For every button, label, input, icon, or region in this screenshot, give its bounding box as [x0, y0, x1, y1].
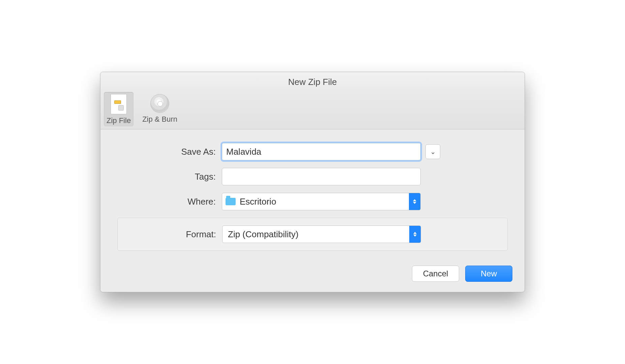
where-select[interactable]: Escritorio: [222, 193, 421, 210]
tags-input[interactable]: [222, 168, 421, 185]
disc-icon: [150, 94, 169, 113]
window-title: New Zip File: [100, 72, 525, 91]
chevron-down-icon: ⌄: [430, 148, 436, 156]
tags-row: Tags:: [117, 168, 508, 185]
format-select[interactable]: Zip (Compatibility): [222, 225, 421, 243]
new-button[interactable]: New: [465, 266, 512, 282]
format-label: Format:: [118, 229, 222, 240]
where-row: Where: Escritorio: [117, 193, 508, 210]
toolbar: Zip File Zip & Burn: [100, 91, 525, 129]
folder-icon: [226, 198, 236, 205]
where-label: Where:: [117, 196, 222, 207]
dialog-body: Save As: ⌄ Tags: Where: Escritorio: [100, 129, 525, 257]
toolbar-zip-file[interactable]: Zip File: [104, 92, 133, 126]
save-as-input[interactable]: [222, 143, 421, 160]
save-as-row: Save As: ⌄: [117, 143, 508, 160]
where-value: Escritorio: [240, 196, 405, 207]
toolbar-zip-burn-label: Zip & Burn: [142, 115, 177, 124]
select-stepper-icon: [409, 193, 420, 210]
dialog-footer: Cancel New: [100, 257, 525, 292]
zip-file-icon: [111, 94, 127, 114]
format-panel: Format: Zip (Compatibility): [117, 218, 508, 251]
save-as-label: Save As:: [117, 147, 222, 157]
tags-label: Tags:: [117, 172, 222, 182]
toolbar-zip-burn[interactable]: Zip & Burn: [140, 92, 180, 126]
toolbar-zip-file-label: Zip File: [107, 116, 131, 125]
format-value: Zip (Compatibility): [226, 229, 405, 240]
select-stepper-icon: [409, 226, 421, 243]
new-zip-window: New Zip File Zip File Zip & Burn Save As…: [100, 72, 525, 292]
cancel-button[interactable]: Cancel: [412, 266, 459, 282]
expand-save-panel-button[interactable]: ⌄: [425, 144, 440, 159]
